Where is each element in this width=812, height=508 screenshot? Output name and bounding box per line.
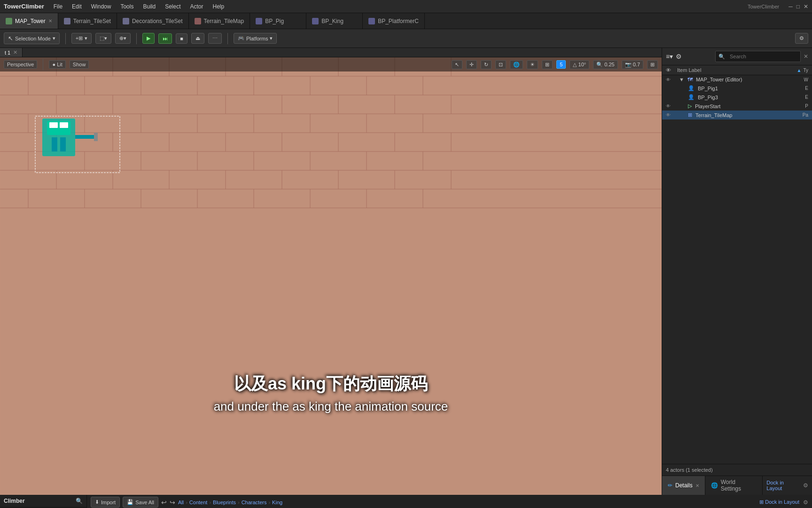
main-toolbar: ↖ Selection Mode ▾ +⊞ ▾ ⬚▾ ⊕▾ ▶ ⏭ ■ ⏏ ⋯ … bbox=[0, 29, 812, 48]
select-tool-btn[interactable]: ↖ bbox=[452, 60, 462, 69]
breadcrumb-characters[interactable]: Characters bbox=[242, 500, 267, 505]
expand-icon-map-tower[interactable]: ▼ bbox=[679, 77, 684, 82]
zoom-icon: 🔍 bbox=[596, 62, 603, 67]
dock-layout-icon[interactable]: ⊞ Dock in Layout bbox=[759, 499, 799, 505]
translate-btn[interactable]: ✛ bbox=[466, 60, 477, 69]
breadcrumb-sep-1: › bbox=[186, 500, 187, 505]
menu-select[interactable]: Select bbox=[161, 2, 184, 11]
tab-bp-king[interactable]: BP_King bbox=[306, 13, 363, 29]
show-button[interactable]: Show bbox=[70, 60, 89, 69]
outliner-row-player-start[interactable]: 👁 ▷ PlayerStart P bbox=[662, 102, 812, 111]
sort-icon[interactable]: ▲ bbox=[797, 68, 802, 73]
outliner-row-terrain-tilemap[interactable]: 👁 ⊞ Terrain_TileMap Pa bbox=[662, 111, 812, 119]
menu-window[interactable]: Window bbox=[87, 2, 115, 11]
maximize-button[interactable]: □ bbox=[796, 3, 800, 10]
sidebar-search-icon[interactable]: 🔍 bbox=[76, 498, 83, 504]
lit-button[interactable]: ● Lit bbox=[49, 60, 65, 69]
view-globe-btn[interactable]: 🌐 bbox=[510, 60, 523, 69]
breadcrumb-blueprints[interactable]: Blueprints bbox=[213, 500, 236, 505]
more-options-button[interactable]: ⋯ bbox=[208, 33, 222, 44]
content-settings-icon[interactable]: ⚙ bbox=[803, 499, 808, 506]
breadcrumb-all[interactable]: All bbox=[178, 500, 184, 505]
tab-terrain-tileset[interactable]: Terrain_TileSet bbox=[58, 13, 117, 29]
eject-button[interactable]: ⏏ bbox=[191, 33, 204, 44]
menu-build[interactable]: Build bbox=[139, 2, 159, 11]
camera-icon: 📷 bbox=[625, 62, 632, 67]
viewport-tab[interactable]: t 1 ✕ bbox=[0, 48, 23, 57]
outliner-filter-icon[interactable]: ≡▾ bbox=[666, 53, 673, 60]
import-button[interactable]: ⬇ Import bbox=[91, 497, 120, 508]
details-tab[interactable]: ✏ Details ✕ bbox=[662, 476, 705, 495]
visibility-icon-terrain-tilemap[interactable]: 👁 bbox=[666, 112, 671, 118]
outliner-label-map-tower: MAP_Tower (Editor) bbox=[696, 77, 742, 82]
viewport-tab-close[interactable]: ✕ bbox=[13, 49, 17, 56]
select-icon: ⬚▾ bbox=[100, 35, 107, 41]
breadcrumb-content[interactable]: Content bbox=[189, 500, 208, 505]
menu-tools[interactable]: Tools bbox=[117, 2, 137, 11]
tab-label-terrain-tileset: Terrain_TileSet bbox=[73, 18, 111, 24]
menu-edit[interactable]: Edit bbox=[68, 2, 86, 11]
main-area: t 1 ✕ bbox=[0, 48, 812, 495]
svg-rect-81 bbox=[49, 122, 58, 128]
viewport-panel: t 1 ✕ bbox=[0, 48, 662, 495]
dock-area: Dock in Layout ⚙ bbox=[763, 476, 812, 495]
minimize-button[interactable]: ─ bbox=[789, 3, 793, 10]
tab-bp-pig[interactable]: BP_Pig bbox=[250, 13, 306, 29]
menu-help[interactable]: Help bbox=[209, 2, 228, 11]
dock-settings-icon[interactable]: ⚙ bbox=[803, 482, 808, 489]
transform-button[interactable]: ⊕▾ bbox=[115, 33, 131, 44]
type-bp-pig1: E bbox=[805, 86, 808, 91]
viewport[interactable]: Perspective ● Lit Show ↖ ✛ ↻ ⊡ 🌐 ☀ ⊞ 5 △… bbox=[0, 57, 662, 495]
grid-btn[interactable]: ⊞ bbox=[542, 60, 553, 69]
details-close-icon[interactable]: ✕ bbox=[695, 483, 699, 488]
select-tool-button[interactable]: ⬚▾ bbox=[95, 33, 111, 44]
menu-file[interactable]: File bbox=[50, 2, 66, 11]
save-all-button[interactable]: 💾 Save All bbox=[123, 497, 158, 508]
tab-label-terrain-tilemap: Terrain_TileMap bbox=[204, 18, 244, 24]
menu-actor[interactable]: Actor bbox=[187, 2, 207, 11]
stop-button[interactable]: ■ bbox=[176, 33, 187, 44]
fullscreen-btn[interactable]: ⊞ bbox=[647, 60, 658, 69]
zoom-btn[interactable]: 🔍 0.25 bbox=[593, 60, 617, 69]
outliner-close-button[interactable]: ✕ bbox=[804, 53, 808, 60]
camera-btn[interactable]: 📷 0.7 bbox=[622, 60, 643, 69]
perspective-button[interactable]: Perspective bbox=[4, 60, 37, 69]
tab-label-bp-platformerc: BP_PlatformerC bbox=[378, 18, 419, 24]
tab-bp-platformerc[interactable]: BP_PlatformerC bbox=[363, 13, 425, 29]
svg-rect-86 bbox=[94, 133, 98, 141]
tab-decorations-tileset[interactable]: Decorations_TileSet bbox=[117, 13, 189, 29]
close-button[interactable]: ✕ bbox=[804, 3, 808, 10]
visibility-icon-map-tower[interactable]: 👁 bbox=[666, 77, 671, 82]
breadcrumb-king[interactable]: King bbox=[272, 500, 282, 505]
tab-close-map-tower[interactable]: ✕ bbox=[48, 18, 52, 24]
sun-btn[interactable]: ☀ bbox=[527, 60, 538, 69]
viewport-tab-label: t 1 bbox=[5, 50, 10, 56]
play-button[interactable]: ▶ bbox=[142, 33, 155, 44]
chevron-down-icon-2: ▾ bbox=[85, 35, 87, 41]
outliner-search-input[interactable] bbox=[727, 52, 797, 61]
selection-mode-button[interactable]: ↖ Selection Mode ▾ bbox=[4, 32, 60, 44]
svg-rect-6 bbox=[0, 57, 662, 495]
history-forward-icon[interactable]: ↪ bbox=[170, 499, 175, 506]
world-settings-tab[interactable]: 🌐 World Settings bbox=[705, 476, 763, 495]
platforms-button[interactable]: 🎮 Platforms ▾ bbox=[234, 33, 277, 44]
toolbar-right: ⚙ bbox=[795, 33, 808, 44]
angle-btn[interactable]: △ 10° bbox=[570, 60, 589, 69]
dock-in-layout-label[interactable]: Dock in Layout bbox=[766, 480, 800, 491]
outliner-row-map-tower[interactable]: 👁 ▼ 🗺 MAP_Tower (Editor) W bbox=[662, 75, 812, 84]
tab-terrain-tilemap[interactable]: Terrain_TileMap bbox=[189, 13, 250, 29]
outliner-row-bp-pig1[interactable]: 👁 👤 BP_Pig1 E bbox=[662, 84, 812, 93]
outliner-label-bp-pig3: BP_Pig3 bbox=[698, 95, 718, 100]
visibility-icon-player-start[interactable]: 👁 bbox=[666, 103, 671, 109]
history-back-icon[interactable]: ↩ bbox=[161, 499, 167, 506]
tab-map-tower[interactable]: MAP_Tower ✕ bbox=[0, 13, 58, 29]
settings-button[interactable]: ⚙ bbox=[795, 33, 808, 44]
grid-size-value[interactable]: 5 bbox=[556, 60, 566, 69]
outliner-row-bp-pig3[interactable]: 👁 👤 BP_Pig3 E bbox=[662, 93, 812, 102]
add-object-button[interactable]: +⊞ ▾ bbox=[71, 33, 92, 44]
rotate-btn[interactable]: ↻ bbox=[481, 60, 492, 69]
scale-btn[interactable]: ⊡ bbox=[495, 60, 506, 69]
outliner-settings-icon[interactable]: ⚙ bbox=[676, 53, 682, 60]
step-forward-button[interactable]: ⏭ bbox=[158, 33, 172, 44]
type-col-header: Ty bbox=[803, 68, 808, 73]
